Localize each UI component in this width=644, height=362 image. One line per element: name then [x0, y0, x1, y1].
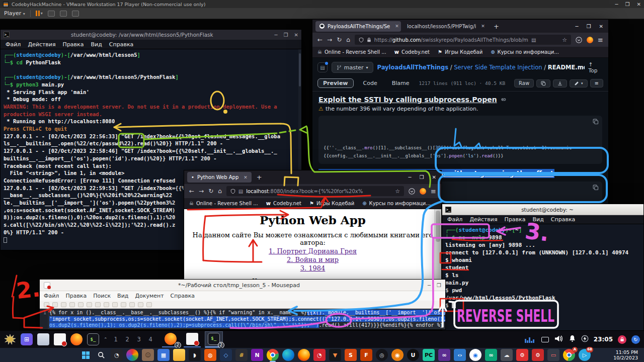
- terminal-launcher-icon[interactable]: $_: [87, 333, 99, 345]
- copy-icon[interactable]: [121, 302, 126, 307]
- back-icon[interactable]: ←: [317, 36, 323, 43]
- minimize-icon[interactable]: ─: [409, 174, 412, 180]
- tab-close-icon[interactable]: ✕: [244, 175, 248, 180]
- home-icon[interactable]: ⌂: [218, 188, 222, 195]
- back-icon[interactable]: ←: [189, 188, 194, 195]
- minimize-icon[interactable]: ─: [576, 24, 579, 29]
- new-tab-button[interactable]: +: [254, 173, 265, 181]
- tab-blame[interactable]: Blame: [387, 79, 415, 87]
- menu-item[interactable]: Документ: [135, 293, 164, 299]
- reload-icon[interactable]: ↻: [208, 188, 213, 195]
- menu-item[interactable]: Справка: [551, 216, 575, 223]
- task-mousepad[interactable]: [184, 332, 201, 347]
- menu-item[interactable]: Вид: [532, 216, 543, 223]
- reload-icon[interactable]: ↻: [337, 36, 342, 43]
- new-tab-button[interactable]: +: [491, 23, 502, 30]
- bookmark-star-icon[interactable]: ☆: [562, 37, 567, 43]
- taskbar-calendar-app-icon[interactable]: ▦: [157, 349, 170, 361]
- unity-icon[interactable]: [72, 11, 79, 17]
- taskbar-chrome-icon[interactable]: [267, 349, 279, 361]
- reader-view-icon[interactable]: ▤: [531, 37, 536, 43]
- firefox-account-icon[interactable]: [587, 37, 593, 43]
- taskbar-obs-studio-icon[interactable]: ◎: [376, 349, 388, 361]
- taskbar-filezilla-icon[interactable]: F: [360, 349, 372, 361]
- vmware-close-icon[interactable]: ✕: [637, 2, 641, 7]
- maximize-icon[interactable]: ❒: [587, 24, 591, 29]
- taskbar-red-gear-app-2-icon[interactable]: ⚙: [532, 349, 544, 361]
- tab-localhost-phptwig[interactable]: localhost/lesson5/PHPTwig/i ✕: [403, 21, 489, 32]
- menu-item[interactable]: Действия: [28, 41, 55, 48]
- code-block-subprocess-popen[interactable]: {{''.__class__.mro()[1].__subclasses__()…: [318, 116, 602, 164]
- taskbar-red-timer-app-icon[interactable]: ◔: [313, 349, 326, 361]
- raw-button[interactable]: Raw: [514, 79, 534, 87]
- bookmark-w[interactable]: wCodeby.net: [394, 49, 430, 55]
- taskbar-blender-icon[interactable]: ◉: [391, 349, 404, 361]
- download-icon[interactable]: [553, 79, 567, 87]
- section-heading-subprocess-popen[interactable]: Exploit the SSTI by calling subprocess.P…: [318, 96, 602, 104]
- menu-item[interactable]: Вид: [117, 293, 128, 299]
- pocket-icon[interactable]: [409, 188, 415, 195]
- taskbar-orange-utility-app-icon[interactable]: ◍: [204, 349, 216, 361]
- player-menu[interactable]: Player ▾: [4, 10, 25, 17]
- forward-icon[interactable]: →: [327, 36, 332, 43]
- copy-raw-icon[interactable]: [536, 79, 550, 87]
- menu-item[interactable]: Поиск: [93, 293, 111, 299]
- close-icon[interactable]: ✕: [432, 174, 436, 180]
- book-link-2[interactable]: 2. Война и мир: [184, 256, 441, 263]
- minimize-icon[interactable]: ─: [275, 32, 278, 38]
- taskbar-portrait-app-icon[interactable]: ☺: [142, 349, 154, 361]
- taskbar-cube-app-icon[interactable]: ◇: [220, 349, 232, 361]
- redo-icon[interactable]: [104, 302, 109, 307]
- hamburger-menu-icon[interactable]: ≡: [431, 188, 436, 195]
- kali-menu-icon[interactable]: [4, 333, 16, 345]
- bookmark-star-icon[interactable]: ☆: [395, 188, 400, 195]
- taskbar-gauge-app-icon[interactable]: ◔: [111, 349, 123, 361]
- task-terminal[interactable]: $_2: [205, 332, 222, 347]
- taskbar-shade-app-icon[interactable]: ◗: [189, 349, 201, 361]
- menu-item[interactable]: Правка: [65, 293, 87, 299]
- taskbar-pipes-app-icon[interactable]: #: [235, 349, 248, 361]
- maximize-icon[interactable]: ❒: [420, 174, 424, 180]
- url-bar[interactable]: ▤ localhost:8080/index?book={%%20for%20x…: [226, 186, 404, 196]
- taskbar-teal-capture-app-icon[interactable]: ∞: [485, 349, 497, 361]
- taskbar-pycharm-icon[interactable]: PC: [423, 349, 435, 361]
- bookmark-skull[interactable]: ☠Online - Reverse Shell ...: [189, 201, 258, 206]
- menu-item[interactable]: Файл: [447, 216, 462, 223]
- mousepad-launcher-icon[interactable]: [54, 333, 66, 345]
- mousepad-editor[interactable]: 1 {% for x in ().__class__.__base__.__su…: [40, 309, 445, 329]
- taskbar-edge-icon[interactable]: [282, 349, 294, 361]
- taskbar-color-wheel-app-icon[interactable]: [126, 349, 138, 361]
- display-icon[interactable]: [541, 337, 549, 342]
- tab-close-icon[interactable]: ✕: [395, 24, 399, 29]
- bookmark-skull[interactable]: ☠Online - Reverse Shell ...: [317, 49, 386, 55]
- editor-text[interactable]: {% for x in ().__class__.__base__.__subc…: [48, 309, 445, 329]
- taskbar-sublime-text-icon[interactable]: S: [345, 349, 357, 361]
- taskbar-unreal-engine-icon[interactable]: U: [407, 349, 419, 361]
- tab-payloadsallthethings[interactable]: PayloadsAllTheThings/Se ✕: [315, 21, 401, 32]
- taskbar-firefox-icon[interactable]: [298, 349, 310, 361]
- panel-expand-icon[interactable]: ⌃: [104, 337, 108, 342]
- tab-close-icon[interactable]: ✕: [481, 24, 485, 29]
- menu-item[interactable]: Вид: [91, 41, 102, 48]
- back-to-top-link[interactable]: ↑ Top: [589, 61, 603, 73]
- firefox-account-icon[interactable]: [420, 188, 426, 195]
- bookmark-w[interactable]: wCodeby.net: [266, 201, 301, 206]
- taskbar-telegram-icon[interactable]: ▷68: [579, 349, 591, 361]
- taskbar-maps-pin-app-icon[interactable]: ◉: [469, 349, 481, 361]
- save-icon[interactable]: [61, 302, 66, 307]
- taskbar-gray-cloud-app-icon[interactable]: ☁: [501, 349, 513, 361]
- taskbar-file-explorer-icon[interactable]: [173, 349, 185, 361]
- vmware-minimize-icon[interactable]: ─: [615, 2, 618, 7]
- menu-item[interactable]: Правка: [505, 216, 526, 223]
- task-firefox[interactable]: 2: [162, 332, 179, 347]
- breadcrumb-repo[interactable]: PayloadsAllTheThings: [377, 64, 449, 71]
- menu-item[interactable]: Справка: [109, 41, 133, 48]
- workspace-switcher[interactable]: 1 2 3 4: [114, 336, 155, 343]
- undo-icon[interactable]: [95, 302, 101, 307]
- file-manager-icon[interactable]: [37, 333, 49, 345]
- firefox-launcher-icon[interactable]: [70, 333, 83, 345]
- tab-python-web-app[interactable]: • Python Web App ✕: [187, 172, 252, 183]
- bookmark-globe[interactable]: ⊕Курсы по информаци...: [491, 49, 559, 55]
- revert-icon[interactable]: [78, 302, 84, 307]
- close-icon[interactable]: ✕: [294, 32, 298, 38]
